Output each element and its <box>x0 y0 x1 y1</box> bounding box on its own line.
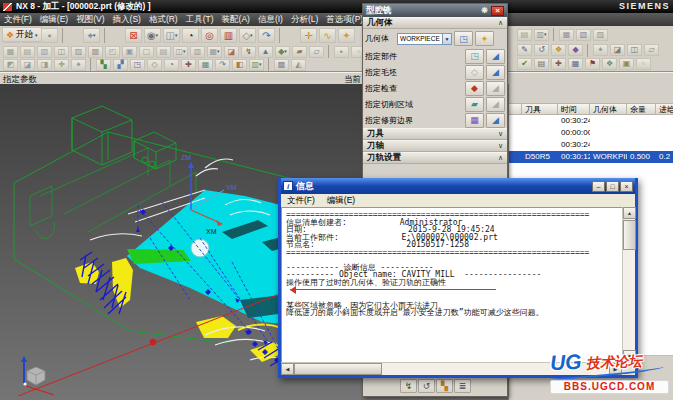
geometry-dialog-button[interactable]: ▰ <box>465 97 484 112</box>
minimize-button[interactable]: – <box>592 181 605 192</box>
menu-item[interactable]: 文件(F) <box>0 14 36 26</box>
toolbar-separator[interactable] <box>268 58 270 71</box>
copy-operation-icon[interactable]: ◫ <box>627 44 642 56</box>
find-object-icon[interactable]: ✎ <box>517 44 532 56</box>
options-icon[interactable]: ▪ <box>334 46 349 58</box>
verify-icon[interactable]: ▲ <box>258 46 273 58</box>
rotate-view-icon[interactable]: ◔ <box>182 28 199 43</box>
select-object-button[interactable]: ◢ <box>486 65 505 80</box>
select-object-button[interactable]: ◢ <box>486 113 505 128</box>
nav-columns-icon[interactable]: ▨ <box>593 29 608 41</box>
nav-row[interactable]: 00:30:24 <box>509 139 673 151</box>
flag-icon[interactable]: ⚑ <box>585 58 600 70</box>
menu-item[interactable]: 视图(V) <box>72 14 108 26</box>
delete-operation-icon[interactable]: ✚ <box>551 58 566 70</box>
edit-operation-icon[interactable]: ⌖ <box>593 44 608 56</box>
machine-sim-icon[interactable]: ◆▾ <box>275 46 290 58</box>
section-tool[interactable]: 刀具 ∨ <box>363 128 507 140</box>
geometry-dialog-button[interactable]: ◳ <box>465 49 484 64</box>
dialog-close-button[interactable]: × <box>491 6 504 16</box>
snap-mid-icon[interactable]: ◨ <box>37 59 52 71</box>
copy-icon[interactable]: ◫▾ <box>173 46 188 58</box>
feedback-icon[interactable]: ❖ <box>602 58 617 70</box>
nav-row[interactable]: 00:00:00 <box>509 127 673 139</box>
pmi-icon[interactable]: ◳ <box>130 59 145 71</box>
close-window-icon[interactable]: ⊠ <box>125 28 142 43</box>
info-icon[interactable]: ✚ <box>181 59 196 71</box>
front-view-icon[interactable]: ◎ <box>201 28 218 43</box>
generate-icon[interactable]: ↯ <box>241 46 256 58</box>
create-tool-icon[interactable]: ❖ <box>551 44 566 56</box>
info-menu-item[interactable]: 文件(F) <box>281 195 321 207</box>
nav-method-view-icon[interactable]: ▧ <box>576 29 591 41</box>
toolbar-separator[interactable] <box>328 45 330 58</box>
layer-icon[interactable]: ▚ <box>96 59 111 71</box>
feature-icon[interactable]: ◰ <box>105 46 120 58</box>
curve-icon[interactable]: ∿ <box>319 28 336 43</box>
create-geometry-icon[interactable]: ▣ <box>122 46 137 58</box>
toolbar-separator[interactable] <box>90 58 92 71</box>
save-icon[interactable]: ▪ <box>41 28 58 43</box>
regenerate-icon[interactable]: ▦ <box>568 58 583 70</box>
column-header-time[interactable]: 时间 <box>558 104 590 114</box>
column-header-stock[interactable]: 余量 <box>627 104 656 114</box>
cube-view-icon[interactable]: ◇▾ <box>239 28 256 43</box>
nav-program-view-icon[interactable]: ▤ <box>517 29 532 41</box>
csys-icon[interactable]: ⌖▾ <box>83 28 100 43</box>
column-header-tool[interactable]: 刀具 <box>522 104 558 114</box>
info-menu-item[interactable]: 编辑(E) <box>321 195 361 207</box>
menu-item[interactable]: 插入(S) <box>109 14 145 26</box>
material-icon[interactable]: ◧ <box>232 59 247 71</box>
move-object-icon[interactable]: ↷ <box>258 28 275 43</box>
confirm-toolpath-icon[interactable]: ✔ <box>517 58 532 70</box>
toolbar-separator[interactable] <box>279 28 296 43</box>
delete-icon[interactable]: ▦▾ <box>207 46 222 58</box>
edit-geometry-button[interactable]: ✦ <box>475 31 494 46</box>
geometry-dialog-button[interactable]: ◇ <box>465 65 484 80</box>
snap-center-icon[interactable]: ✛ <box>54 59 69 71</box>
snap-intersect-icon[interactable]: ⌖ <box>71 59 86 71</box>
info-content[interactable]: ========================================… <box>281 207 622 362</box>
paste-icon[interactable]: ▥ <box>190 46 205 58</box>
window-titlebar[interactable]: NX 8 - 加工 - [000002.prt (修改的) ] SIEMENS <box>0 0 673 13</box>
geometry-dialog-button[interactable]: ◆ <box>465 81 484 96</box>
scrollbar-thumb[interactable] <box>294 363 382 375</box>
scrollbar-thumb[interactable] <box>623 220 636 250</box>
grid-icon[interactable]: ▦ <box>198 59 213 71</box>
geometry-dialog-button[interactable]: ▦ <box>465 113 484 128</box>
mill-contour-icon[interactable]: ▦ <box>3 46 18 58</box>
wire-edm-icon[interactable]: ▩ <box>88 46 103 58</box>
menu-item[interactable]: 分析(L) <box>287 14 322 26</box>
column-header-feed[interactable]: 进给 <box>656 104 673 114</box>
mill-planar-icon[interactable]: ▤ <box>20 46 35 58</box>
point-icon[interactable]: ✦ <box>338 28 355 43</box>
hole-making-icon[interactable]: ◫ <box>54 46 69 58</box>
drill-icon[interactable]: ▧ <box>37 46 52 58</box>
more2-icon[interactable]: ▫ <box>636 58 651 70</box>
nav-row-selected[interactable]: D50R5 00:30:12 WORKPIECE 0.500 0.2 <box>509 151 673 163</box>
measure-icon[interactable]: ◇ <box>147 59 162 71</box>
menu-item[interactable]: 信息(I) <box>254 14 287 26</box>
verify-toolpath-icon[interactable]: ▚ <box>436 379 453 393</box>
info-titlebar[interactable]: i 信息 – □ × <box>281 178 635 194</box>
menu-item[interactable]: 装配(A) <box>218 14 254 26</box>
render-icon[interactable]: ◭ <box>291 59 306 71</box>
scroll-left-button[interactable]: ◀ <box>281 363 294 375</box>
dialog-titlebar[interactable]: 型腔铣 ❋ × <box>363 4 507 17</box>
start-menu-button[interactable]: ❖ 开始 ▾ <box>2 27 42 42</box>
nav-tool-view-icon[interactable]: ▥▾ <box>534 29 549 41</box>
turning-icon[interactable]: ▨ <box>71 46 86 58</box>
trimetric-view-icon[interactable]: ▥ <box>220 28 237 43</box>
list-toolpath-icon[interactable]: ▤ <box>534 58 549 70</box>
menu-item[interactable]: 首选项(P) <box>322 14 367 26</box>
toolbar-separator[interactable] <box>553 28 555 41</box>
paste-operation-icon[interactable]: ▱ <box>644 44 659 56</box>
geometry-dropdown[interactable]: WORKPIECE ▼ <box>397 33 452 45</box>
wireframe-view-icon[interactable]: ◫▾ <box>163 28 180 43</box>
toolbar-separator[interactable] <box>104 28 121 43</box>
toolbar-separator[interactable] <box>62 28 79 43</box>
scroll-up-button[interactable]: ▲ <box>623 207 636 219</box>
select-object-button[interactable]: ◢ <box>486 49 505 64</box>
create-geometry-icon2[interactable]: ◆ <box>568 44 583 56</box>
section-geometry[interactable]: 几何体 ∧ <box>363 17 507 29</box>
